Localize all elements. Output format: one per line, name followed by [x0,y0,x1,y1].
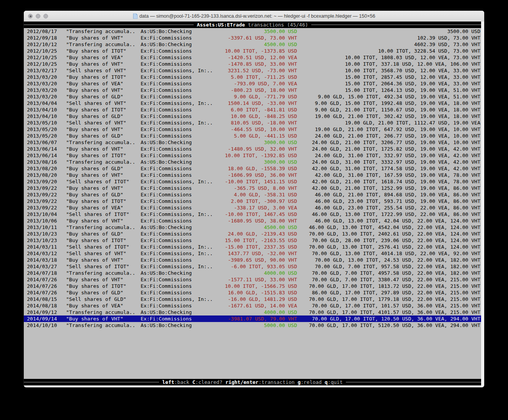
transaction-row[interactable]: 2013/06/14"Buy shares of ITOT"Ex:Fi:Comm… [24,152,481,159]
transaction-row[interactable]: 2014/07/26"Buy shares of ITOT"Ex:Fi:Comm… [24,283,481,289]
terminal-window: data — simon@pool-71-165-239-133.lsanca.… [24,11,484,387]
transactions-list: 2012/08/17"Transfering accumula..As:US:B… [24,28,481,329]
transaction-date: 2014/07/26 [27,283,66,289]
transaction-description: "Buy shares of GLD" [66,191,141,198]
transaction-row[interactable]: 2013/10/06"Buy shares of VHT"Ex:Fi:Commi… [24,217,481,224]
transaction-row[interactable]: 2014/03/11"Sell shares of ITOT"Ex:Fi:Com… [24,244,481,250]
transaction-description: "Transfering accumula.. [66,309,141,315]
transaction-row[interactable]: 2014/08/15"Sell shares of GLD"Ex:Fi:Comm… [24,296,481,302]
transaction-description: "Buy shares of GLD" [66,231,141,237]
transaction-row[interactable]: 2014/08/18"Buy shares of VEA"Ex:Fi:Commi… [24,302,481,309]
transaction-date: 2013/09/22 [27,191,66,198]
transaction-row[interactable]: 2012/09/18"Buy shares of VHT"Ex:Fi:Commi… [24,35,481,41]
transaction-amount: 18.00 GLD, -1558.39 USD [216,165,297,172]
transaction-row[interactable]: 2012/08/17"Transfering accumula..As:US:B… [24,28,481,35]
transaction-row[interactable]: 2013/09/22"Buy shares of VHT"Ex:Fi:Commi… [24,185,481,191]
transaction-row[interactable]: 2013/09/22"Buy shares of VEA"Ex:Fi:Commi… [24,204,481,211]
transaction-date: 2014/08/18 [27,302,66,309]
close-button[interactable] [28,14,33,18]
transaction-row[interactable]: 2013/03/20"Buy shares of VEA"Ex:Fi:Commi… [24,80,481,87]
empty-screen-area [24,329,481,379]
transaction-other-accounts: Ex:Fi:Commissions [141,217,216,224]
transaction-other-accounts: Ex:Fi:Commissions [141,276,216,283]
transaction-running-balance: 42.00 GLD, 21.00 ITOT, 1618.74 USD, 19.0… [297,178,481,185]
transaction-row[interactable]: 2013/06/14"Buy shares of VHT"Ex:Fi:Commi… [24,146,481,152]
transaction-date: 2013/04/10 [27,106,66,113]
terminal-content: Assets:US:ETrade transactions (45/46) 20… [24,22,484,385]
transaction-amount: 15.00 ITOT, -2163.55 USD [216,237,297,244]
transaction-row[interactable]: 2013/05/10"Sell shares of VHT"Ex:Fi:Comm… [24,120,481,126]
transaction-description: "Buy shares of VHT" [66,276,141,283]
transaction-row[interactable]: 2014/07/18"Transfering accumula..As:US:B… [24,270,481,276]
transaction-row[interactable]: 2014/07/26"Buy shares of VHT"Ex:Fi:Commi… [24,276,481,283]
transaction-row[interactable]: 2013/03/20"Buy shares of ITOT"Ex:Fi:Comm… [24,74,481,80]
transaction-row[interactable]: 2013/09/22"Buy shares of GLD"Ex:Fi:Commi… [24,191,481,198]
window-titlebar[interactable]: data — simon@pool-71-165-239-133.lsanca.… [24,11,484,22]
transaction-row[interactable]: 2014/03/18"Buy shares of VHT"Ex:Fi:Commi… [24,257,481,263]
transaction-row[interactable]: 2014/07/26"Buy shares of GLD"Ex:Fi:Commi… [24,289,481,296]
transaction-row[interactable]: 2013/09/22"Buy shares of ITOT"Ex:Fi:Comm… [24,198,481,204]
transaction-date: 2014/03/12 [27,250,66,257]
transaction-date: 2013/05/10 [27,120,66,126]
transaction-row[interactable]: 2013/02/17"Sell shares of VHT"Ex:Fi:Comm… [24,67,481,74]
transaction-date: 2014/07/26 [27,276,66,283]
transaction-amount: -338.17 USD, 3.00 VEA [216,204,297,211]
transaction-row[interactable]: 2014/09/12"Transfering accumula..As:US:B… [24,309,481,315]
transaction-row[interactable]: 2013/10/23"Buy shares of ITOT"Ex:Fi:Comm… [24,237,481,244]
transaction-row[interactable]: 2013/10/23"Buy shares of GLD"Ex:Fi:Commi… [24,231,481,237]
transaction-row[interactable]: 2014/03/27"Sell shares of ITOT"Ex:Fi:Com… [24,263,481,270]
transaction-date: 2013/06/07 [27,139,66,146]
transaction-row[interactable]: 2013/06/07"Transfering accumula..As:US:B… [24,139,481,146]
transaction-row-selected[interactable]: 2014/09/14"Buy shares of VHT"Ex:Fi:Commi… [24,315,481,322]
scrollbar-track[interactable] [481,22,484,385]
transaction-row[interactable]: 2012/10/25"Buy shares of VEA"Ex:Fi:Commi… [24,54,481,61]
transaction-row[interactable]: 2013/05/20"Buy shares of VHT"Ex:Fi:Commi… [24,126,481,133]
transaction-row[interactable]: 2013/03/20"Buy shares of VHT"Ex:Fi:Commi… [24,87,481,93]
transaction-row[interactable]: 2013/04/10"Buy shares of ITOT"Ex:Fi:Comm… [24,106,481,113]
transaction-row[interactable]: 2013/08/20"Buy shares of GLD"Ex:Fi:Commi… [24,165,481,172]
transaction-row[interactable]: 2012/10/12"Transfering accumula..As:US:B… [24,41,481,48]
transaction-row[interactable]: 2014/03/12"Sell shares of VHT"Ex:Fi:Comm… [24,250,481,257]
transaction-running-balance: 70.00 GLD, 7.00 ITOT, 957.58 USD, 22.00 … [297,263,481,270]
transaction-row[interactable]: 2013/08/16"Transfering accumula..As:US:B… [24,159,481,165]
transaction-amount: -3989.65 USD, 90.00 VHT [216,257,297,263]
transaction-running-balance: 24.00 GLD, 21.00 ITOT, 206.77 USD, 19.00… [297,133,481,139]
zoom-button[interactable] [43,14,48,18]
transaction-running-balance: 24.00 GLD, 21.00 ITOT, 1725.82 USD, 19.0… [297,146,481,152]
transaction-row[interactable]: 2013/10/11"Transfering accumula..As:US:B… [24,224,481,231]
transaction-row[interactable]: 2013/03/20"Buy shares of GLD"Ex:Fi:Commi… [24,93,481,100]
transaction-row[interactable]: 2014/10/10"Transfering accumula..As:US:B… [24,322,481,329]
transaction-row[interactable]: 2013/08/20"Buy shares of VHT"Ex:Fi:Commi… [24,172,481,178]
transaction-running-balance: 70.00 GLD, 28.00 ITOT, 239.06 USD, 22.00… [297,237,481,244]
transaction-running-balance: 10.00 ITOT, 1808.03 USD, 12.00 VEA, 73.0… [297,54,481,61]
transaction-row[interactable]: 2012/10/25"Buy shares of VHT"Ex:Fi:Commi… [24,61,481,67]
transaction-other-accounts: Ex:Fi:Commissions, In:.. [141,67,216,74]
transaction-row[interactable]: 2013/04/10"Buy shares of GLD"Ex:Fi:Commi… [24,113,481,120]
transaction-row[interactable]: 2013/09/20"Sell shares of ITOT"Ex:Fi:Com… [24,178,481,185]
transaction-row[interactable]: 2013/05/20"Buy shares of GLD"Ex:Fi:Commi… [24,133,481,139]
transaction-row[interactable]: 2012/10/25"Buy shares of ITOT"Ex:Fi:Comm… [24,48,481,54]
transaction-date: 2013/08/16 [27,159,66,165]
transaction-row[interactable]: 2013/10/04"Sell shares of ITOT"Ex:Fi:Com… [24,211,481,217]
transaction-date: 2013/03/20 [27,80,66,87]
minimize-button[interactable] [36,14,40,18]
transaction-date: 2012/09/18 [27,35,66,41]
transaction-other-accounts: As:US:Bo:Checking [141,309,216,315]
transaction-running-balance: 42.00 GLD, 31.00 ITOT, 1774.58 USD, 19.0… [297,165,481,172]
transaction-amount: 1437.77 USD, -32.00 VHT [216,250,297,257]
transaction-date: 2013/10/04 [27,211,66,217]
transaction-amount: -6.00 ITOT, 933.05 USD [216,263,297,270]
transaction-running-balance: 42.00 GLD, 31.00 ITOT, 167.59 USD, 19.00… [297,172,481,178]
transaction-amount: 4500.00 USD [216,41,297,48]
transaction-amount: -1577.11 USD, 33.00 VHT [216,276,297,283]
transaction-running-balance: 9.00 GLD, 15.00 ITOT, 492.34 USD, 19.00 … [297,93,481,100]
transaction-running-balance: 19.00 GLD, 21.00 ITOT, 302.42 USD, 19.00… [297,113,481,120]
transaction-running-balance: 15.00 ITOT, 1264.13 USD, 19.00 VEA, 51.0… [297,87,481,93]
transaction-description: "Buy shares of VHT" [66,126,141,133]
transaction-other-accounts: Ex:Fi:Commissions [141,74,216,80]
transaction-other-accounts: Ex:Fi:Commissions [141,198,216,204]
transaction-row[interactable]: 2013/04/04"Sell shares of VHT"Ex:Fi:Comm… [24,100,481,106]
transaction-date: 2013/10/06 [27,217,66,224]
transaction-date: 2014/09/12 [27,309,66,315]
transaction-description: "Buy shares of ITOT" [66,48,141,54]
